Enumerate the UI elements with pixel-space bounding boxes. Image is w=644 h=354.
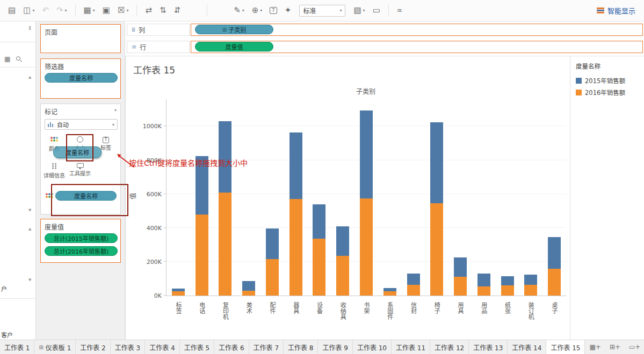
bar-chart-icon [48, 122, 54, 127]
sort-descending-icon[interactable]: ⇵ [171, 5, 184, 16]
marks-detail-button[interactable]: 详细信息 [43, 163, 66, 179]
swap-axes-icon[interactable]: ⇄ [142, 5, 155, 16]
sheet-tab-工作表-11[interactable]: 工作表 11 [392, 340, 430, 354]
measure-values-pill-2015[interactable]: 总计(2015年销售额) [45, 233, 118, 243]
bar-用具-2015年销售额[interactable] [454, 257, 467, 277]
worksheet-area: 工作表 15 子类别 值 0K200K400K600K800K1000K 标签电… [125, 56, 570, 340]
data-pane-field[interactable]: 户 [1, 284, 34, 293]
bar-配件-2016年销售额[interactable] [266, 259, 279, 296]
bar-美术-2015年销售额[interactable] [242, 281, 255, 290]
show-cards-icon[interactable]: ▧▾ [351, 5, 367, 16]
bar-系固件-2015年销售额[interactable] [383, 288, 396, 291]
bar-桌子-2015年销售额[interactable] [548, 237, 561, 268]
sheet-tab-工作表-7[interactable]: 工作表 7 [249, 340, 284, 354]
data-pane-expand-icon[interactable]: ⇕ [28, 25, 32, 31]
bar-设备-2016年销售额[interactable] [313, 239, 325, 296]
redo-icon[interactable]: ↷▾ [54, 5, 70, 16]
plot-area: 0K200K400K600K800K1000K [166, 99, 566, 296]
sheet-tab-仪表板-1[interactable]: ⊞仪表板 1 [34, 340, 76, 354]
measure-values-pill-2016[interactable]: 总计(2016年销售额) [45, 246, 118, 256]
bar-装订机-2016年销售额[interactable] [524, 285, 537, 296]
marks-tooltip-button[interactable]: 工具提示 [69, 163, 91, 177]
sort-ascending-icon[interactable]: ⇅ [157, 5, 169, 16]
bar-信封-2016年销售额[interactable] [407, 285, 420, 296]
filters-shelf[interactable]: 筛选器 度量名称 [40, 58, 121, 99]
sheet-tab-工作表-6[interactable]: 工作表 6 [214, 340, 249, 354]
save-icon[interactable]: ◫▾ [20, 5, 37, 16]
show-mark-labels-icon[interactable]: T [267, 5, 280, 16]
bar-收纳具-2015年销售额[interactable] [336, 226, 349, 256]
bar-纸张-2015年销售额[interactable] [501, 276, 514, 285]
bar-器具-2015年销售额[interactable] [290, 132, 302, 200]
sheet-tab-工作表-14[interactable]: 工作表 14 [508, 340, 546, 354]
pages-shelf[interactable]: 页面 [40, 24, 121, 53]
duplicate-sheet-icon[interactable]: ▣ [100, 5, 113, 16]
bar-桌子-2016年销售额[interactable] [548, 269, 561, 296]
sheet-tab-工作表-13[interactable]: 工作表 13 [469, 340, 508, 354]
bar-系固件-2016年销售额[interactable] [383, 291, 396, 296]
scroll-down-icon[interactable]: ▼ [28, 278, 31, 282]
bar-装订机-2015年销售额[interactable] [524, 275, 537, 285]
bar-用具-2016年销售额[interactable] [454, 277, 467, 296]
legend-item-2015[interactable]: 2015年销售额 [570, 75, 644, 86]
fix-axes-icon[interactable]: ✦ [282, 5, 294, 16]
bar-椅子-2015年销售额[interactable] [430, 122, 443, 203]
scroll-up-icon[interactable]: ▲ [28, 227, 31, 231]
bar-书架-2016年销售额[interactable] [360, 198, 373, 296]
bar-标签-2016年销售额[interactable] [172, 291, 185, 296]
sheet-tab-工作表-3[interactable]: 工作表 3 [111, 340, 145, 354]
y-tick-mark [164, 227, 167, 228]
legend-item-2016[interactable]: 2016年销售额 [570, 86, 644, 98]
bar-书架-2015年销售额[interactable] [360, 110, 373, 198]
share-icon[interactable]: ∝ [394, 5, 406, 16]
scroll-up-icon[interactable]: ▲ [28, 75, 31, 79]
show-me-button[interactable]: 智能显示 [597, 5, 640, 16]
group-icon[interactable]: ⊕▾ [249, 5, 265, 16]
rows-pill-measure-values[interactable]: 度量值 [195, 42, 273, 51]
sheet-tab-工作表-5[interactable]: 工作表 5 [180, 340, 214, 354]
bar-椅子-2016年销售额[interactable] [430, 203, 443, 296]
highlight-icon[interactable]: ✎▾ [231, 5, 247, 16]
fit-mode-dropdown[interactable]: 标准▾ [299, 5, 345, 17]
data-pane: ⇕ ▦ ▲ ▼ ▲ ▼ 户 客户 [0, 21, 36, 340]
bar-电话-2016年销售额[interactable] [196, 215, 208, 296]
search-icon[interactable] [16, 56, 20, 61]
new-worksheet-tab-icon[interactable]: ▦+ [585, 340, 605, 354]
sheet-tab-工作表-12[interactable]: 工作表 12 [430, 340, 469, 354]
sheet-tab-工作表-4[interactable]: 工作表 4 [145, 340, 179, 354]
bar-信封-2015年销售额[interactable] [407, 274, 420, 285]
sheet-tab-工作表-10[interactable]: 工作表 10 [353, 340, 392, 354]
measure-values-card[interactable]: 度量值 总计(2015年销售额) 总计(2016年销售额) [40, 219, 121, 263]
sheet-tab-工作表-2[interactable]: 工作表 2 [76, 340, 110, 354]
presentation-mode-icon[interactable]: ▭ [370, 5, 383, 16]
clear-sheet-icon[interactable]: ☒▾ [115, 5, 131, 16]
add-data-source-icon[interactable]: ▤ [5, 5, 18, 16]
bar-收纳具-2016年销售额[interactable] [336, 256, 349, 296]
new-dashboard-tab-icon[interactable]: ⊞+ [605, 340, 625, 354]
undo-icon[interactable]: ↶ [39, 5, 52, 16]
y-tick-mark [164, 261, 167, 262]
bar-纸张-2016年销售额[interactable] [501, 285, 514, 296]
bar-用品-2016年销售额[interactable] [477, 286, 490, 296]
bar-设备-2015年销售额[interactable] [313, 204, 325, 239]
bar-用品-2015年销售额[interactable] [477, 274, 490, 286]
marks-card-menu-icon[interactable]: ▾ [114, 108, 117, 113]
sheet-tab-工作表-9[interactable]: 工作表 9 [318, 340, 352, 354]
bar-器具-2016年销售额[interactable] [290, 199, 302, 296]
bar-复印机-2016年销售额[interactable] [219, 193, 231, 296]
scroll-down-icon[interactable]: ▼ [28, 208, 31, 212]
bar-配件-2015年销售额[interactable] [266, 228, 279, 259]
filter-pill-measure-names[interactable]: 度量名称 [45, 73, 118, 83]
sheet-tab-工作表-15[interactable]: 工作表 15 [546, 340, 585, 354]
new-worksheet-icon[interactable]: ▦▾ [81, 5, 98, 16]
columns-pill-subcategory[interactable]: ⊞ 子类别 [195, 25, 273, 34]
toolbar-separator [136, 5, 137, 17]
sheet-tab-工作表-1[interactable]: 工作表 1 [0, 340, 34, 354]
bar-美术-2016年销售额[interactable] [242, 291, 255, 296]
data-pane-field[interactable]: 客户 [1, 330, 34, 339]
new-story-tab-icon[interactable]: ▭+ [625, 340, 644, 354]
mark-type-dropdown[interactable]: 自动 ▾ [45, 119, 118, 130]
bar-标签-2015年销售额[interactable] [172, 289, 185, 291]
sheet-tab-工作表-8[interactable]: 工作表 8 [284, 340, 318, 354]
view-data-grid-icon[interactable]: ▦ [4, 55, 10, 63]
